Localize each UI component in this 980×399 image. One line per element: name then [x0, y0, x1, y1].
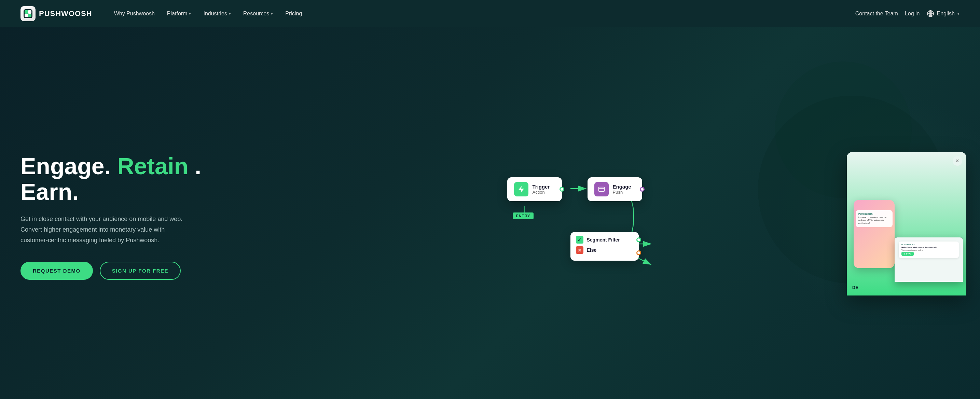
nav-right: Contact the Team Log in English ▾ [855, 10, 959, 17]
svg-marker-14 [518, 186, 524, 192]
nav-pricing[interactable]: Pricing [280, 8, 307, 19]
hero-right: ENTRY Trigger Action [219, 131, 959, 302]
segment-filter-row: ✓ Segment Filter [576, 236, 633, 243]
nav-resources[interactable]: Resources ▾ [239, 8, 278, 19]
laptop-promo: Your personal promo code is [901, 249, 956, 251]
logo[interactable]: PUSHWOOSH [21, 6, 92, 21]
phone-notification: PUSHWOOSH Increase conversions, revenue … [856, 210, 892, 227]
svg-rect-4 [28, 14, 32, 17]
engage-node[interactable]: Engage Push [587, 177, 642, 201]
logo-icon [21, 6, 35, 21]
trigger-right-dot [560, 187, 564, 192]
hero-left: Engage. Retain . Earn. Get in close cont… [21, 153, 219, 280]
segment-right-top-dot [636, 237, 641, 242]
svg-rect-2 [28, 10, 32, 14]
workflow-diagram: ENTRY Trigger Action [504, 159, 675, 302]
engage-text: Engage Push [613, 184, 631, 195]
phone-notif-text: Increase conversions, revenue and user L… [858, 216, 890, 224]
brand-name: PUSHWOOSH [39, 9, 92, 18]
laptop-save-button[interactable]: 1 S4VE [901, 252, 914, 256]
engage-right-dot [640, 187, 644, 192]
trigger-text: Trigger Action [533, 184, 550, 195]
globe-icon [927, 10, 934, 17]
language-selector[interactable]: English ▾ [927, 10, 959, 17]
hero-title-retain: Retain [117, 153, 188, 179]
engage-icon [594, 182, 609, 196]
segment-x-icon: ✕ [576, 246, 584, 254]
nav-why[interactable]: Why Pushwoosh [109, 8, 159, 19]
resources-chevron-icon: ▾ [271, 12, 273, 16]
segment-else-row: ✕ Else [576, 246, 633, 254]
trigger-icon [514, 182, 528, 196]
svg-rect-15 [598, 187, 604, 192]
signup-button[interactable]: SIGN UP FOR FREE [100, 262, 181, 280]
svg-rect-3 [25, 14, 28, 17]
navbar: PUSHWOOSH Why Pushwoosh Platform ▾ Indus… [0, 0, 980, 27]
hero-description: Get in close contact with your audience … [21, 214, 191, 245]
entry-badge: ENTRY [513, 213, 534, 219]
laptop-notif-brand: PUSHWOOSH [901, 243, 956, 246]
segment-right-bottom-dot [636, 250, 641, 255]
language-label: English [937, 11, 955, 17]
panel-label: DE [852, 285, 859, 290]
nav-links: Why Pushwoosh Platform ▾ Industries ▾ Re… [109, 8, 855, 19]
hero-section: Engage. Retain . Earn. Get in close cont… [0, 27, 980, 399]
laptop-screen: PUSHWOOSH Hello Jane! Welcome to Pushwoo… [895, 237, 963, 282]
request-demo-button[interactable]: REQUEST DEMO [21, 262, 93, 280]
hero-buttons: REQUEST DEMO SIGN UP FOR FREE [21, 262, 219, 280]
svg-rect-1 [25, 10, 28, 14]
laptop-greeting: Hello Jane! Welcome to Pushwoosh! [901, 246, 956, 248]
platform-chevron-icon: ▾ [189, 12, 191, 16]
nav-platform[interactable]: Platform ▾ [162, 8, 196, 19]
trigger-node[interactable]: Trigger Action [507, 177, 562, 201]
phone-notif-brand: PUSHWOOSH [858, 213, 890, 215]
hero-title-engage: Engage. [21, 153, 117, 179]
mock-phone: PUSHWOOSH Increase conversions, revenue … [854, 200, 895, 268]
language-chevron-icon: ▾ [958, 12, 959, 16]
screenshot-panel: ✕ PUSHWOOSH Increase conversions, revenu… [847, 152, 966, 296]
segment-check-icon: ✓ [576, 236, 584, 243]
hero-title: Engage. Retain . Earn. [21, 153, 219, 205]
contact-link[interactable]: Contact the Team [855, 11, 898, 17]
segment-node[interactable]: ✓ Segment Filter ✕ Else [570, 232, 639, 261]
nav-industries[interactable]: Industries ▾ [199, 8, 235, 19]
login-link[interactable]: Log in [905, 11, 920, 17]
panel-close-button[interactable]: ✕ [953, 156, 962, 166]
laptop-notification: PUSHWOOSH Hello Jane! Welcome to Pushwoo… [899, 242, 959, 258]
industries-chevron-icon: ▾ [229, 12, 231, 16]
mock-laptop: PUSHWOOSH Hello Jane! Welcome to Pushwoo… [895, 237, 963, 282]
